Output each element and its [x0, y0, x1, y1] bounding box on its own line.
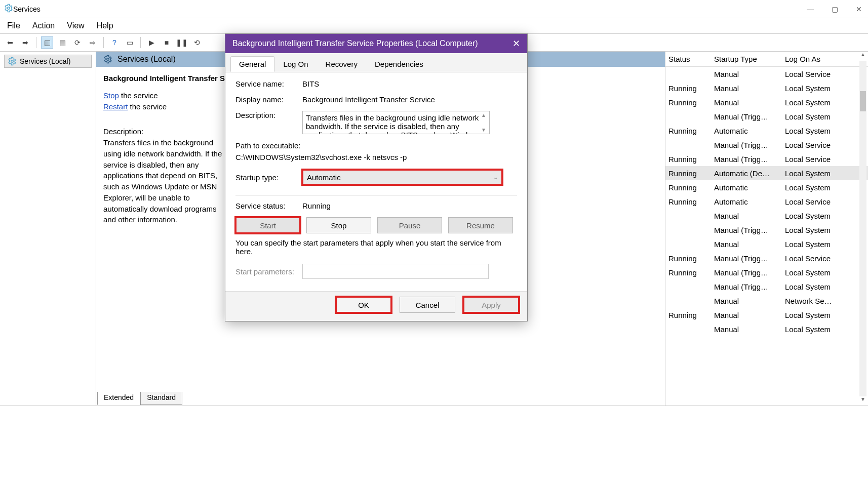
- cell-logon: Local System: [782, 212, 858, 220]
- start-params-input[interactable]: [302, 264, 489, 279]
- cell-logon: Local System: [782, 112, 858, 121]
- table-row[interactable]: ManualNetwork Se…: [665, 294, 868, 308]
- cell-startup: Automatic: [711, 197, 782, 206]
- cell-status: Running: [665, 197, 711, 206]
- apply-button[interactable]: Apply: [463, 297, 519, 313]
- cell-startup: Manual (Trigg…: [711, 141, 782, 149]
- table-row[interactable]: Manual (Trigg…Local System: [665, 223, 868, 237]
- tab-general[interactable]: General: [230, 56, 274, 72]
- table-row[interactable]: ManualLocal System: [665, 237, 868, 251]
- start-button[interactable]: Start: [235, 217, 300, 233]
- window-titlebar: Services — ▢ ✕: [0, 0, 868, 18]
- table-row[interactable]: RunningAutomaticLocal Service: [665, 194, 868, 209]
- table-row[interactable]: RunningManualLocal System: [665, 95, 868, 109]
- table-row[interactable]: ManualLocal Service: [665, 67, 868, 81]
- minimize-button[interactable]: —: [805, 5, 815, 13]
- pause-button[interactable]: Pause: [377, 217, 442, 233]
- table-row[interactable]: ManualLocal System: [665, 209, 868, 223]
- cell-logon: Local System: [782, 98, 858, 107]
- cancel-button[interactable]: Cancel: [400, 297, 455, 313]
- table-row[interactable]: RunningManual (Trigg…Local Service: [665, 251, 868, 265]
- cell-logon: Local Service: [782, 254, 858, 263]
- display-name-value: Background Intelligent Transfer Service: [302, 95, 517, 104]
- cell-logon: Local System: [782, 169, 858, 178]
- start-params-label: Start parameters:: [235, 267, 302, 276]
- properties-icon[interactable]: ▤: [56, 36, 68, 49]
- window-icon[interactable]: ▭: [124, 36, 136, 49]
- cell-status: Running: [665, 254, 711, 263]
- table-row[interactable]: Manual (Trigg…Local Service: [665, 138, 868, 152]
- table-row[interactable]: RunningAutomaticLocal System: [665, 124, 868, 138]
- menu-help[interactable]: Help: [97, 21, 113, 30]
- cell-status: Running: [665, 98, 711, 107]
- table-row[interactable]: RunningManualLocal System: [665, 81, 868, 95]
- table-row[interactable]: Manual (Trigg…Local System: [665, 279, 868, 294]
- startup-type-label: Startup type:: [235, 173, 302, 182]
- table-row[interactable]: RunningManual (Trigg…Local Service: [665, 152, 868, 166]
- detail-header-label: Services (Local): [117, 55, 176, 64]
- menu-file[interactable]: File: [7, 21, 20, 30]
- table-row[interactable]: Manual (Trigg…Local System: [665, 109, 868, 124]
- tab-extended[interactable]: Extended: [97, 392, 140, 405]
- service-status-label: Service status:: [235, 201, 302, 210]
- desc-scroll-up-icon[interactable]: ▲: [481, 112, 488, 118]
- cell-startup: Manual: [711, 297, 782, 305]
- forward-icon[interactable]: ➡: [19, 36, 31, 49]
- tab-standard[interactable]: Standard: [140, 392, 182, 405]
- cell-logon: Local System: [782, 127, 858, 135]
- stop-button[interactable]: Stop: [306, 217, 371, 233]
- ok-button[interactable]: OK: [336, 297, 391, 313]
- stop-icon[interactable]: ■: [161, 36, 173, 49]
- cell-status: Running: [665, 268, 711, 277]
- cell-startup: Manual: [711, 311, 782, 319]
- table-row[interactable]: ManualLocal System: [665, 322, 868, 336]
- col-header-startup[interactable]: Startup Type: [711, 55, 782, 63]
- table-row[interactable]: RunningManualLocal System: [665, 308, 868, 322]
- table-row[interactable]: RunningAutomaticLocal System: [665, 180, 868, 194]
- cell-logon: Local System: [782, 325, 858, 334]
- restart-icon[interactable]: ⟲: [191, 36, 203, 49]
- desc-scroll-down-icon[interactable]: ▼: [481, 127, 488, 133]
- help-icon[interactable]: ?: [108, 36, 121, 49]
- menu-view[interactable]: View: [67, 21, 84, 30]
- scroll-thumb[interactable]: [860, 91, 866, 111]
- scroll-up-icon[interactable]: ▲: [860, 52, 865, 61]
- tab-dependencies[interactable]: Dependencies: [366, 56, 432, 72]
- table-row[interactable]: RunningManual (Trigg…Local System: [665, 265, 868, 279]
- cell-status: Running: [665, 84, 711, 93]
- chevron-down-icon: ⌄: [493, 174, 498, 181]
- stop-link[interactable]: Stop: [103, 91, 119, 100]
- back-icon[interactable]: ⬅: [4, 36, 16, 49]
- table-row[interactable]: RunningAutomatic (De…Local System: [665, 166, 868, 180]
- cell-logon: Network Se…: [782, 297, 858, 305]
- scrollbar[interactable]: ▲ ▼: [859, 52, 867, 406]
- svg-point-2: [107, 58, 109, 61]
- scroll-down-icon[interactable]: ▼: [860, 396, 865, 406]
- resume-button[interactable]: Resume: [448, 217, 513, 233]
- show-hide-tree-icon[interactable]: ▥: [41, 36, 53, 49]
- description-text: Transfers files in the background using …: [103, 137, 230, 225]
- col-header-logon[interactable]: Log On As: [782, 55, 858, 63]
- cell-logon: Local System: [782, 268, 858, 277]
- startup-type-value: Automatic: [307, 173, 341, 182]
- tab-logon[interactable]: Log On: [274, 56, 317, 72]
- tab-recovery[interactable]: Recovery: [317, 56, 366, 72]
- close-button[interactable]: ✕: [854, 5, 864, 13]
- tree-node-services-local[interactable]: Services (Local): [4, 55, 92, 68]
- cell-status: Running: [665, 169, 711, 178]
- play-icon[interactable]: ▶: [145, 36, 157, 49]
- startup-type-select[interactable]: Automatic ⌄: [302, 170, 502, 185]
- description-box[interactable]: Transfers files in the background using …: [302, 111, 490, 134]
- cell-startup: Manual (Trigg…: [711, 282, 782, 291]
- export-icon[interactable]: ⇨: [87, 36, 99, 49]
- maximize-button[interactable]: ▢: [830, 5, 840, 13]
- cell-startup: Manual: [711, 212, 782, 220]
- pause-icon[interactable]: ❚❚: [176, 36, 188, 49]
- refresh-icon[interactable]: ⟳: [71, 36, 84, 49]
- col-header-status[interactable]: Status: [665, 55, 711, 63]
- menu-action[interactable]: Action: [32, 21, 55, 30]
- cell-status: Running: [665, 155, 711, 164]
- service-name-value: BITS: [302, 79, 517, 88]
- dialog-close-icon[interactable]: ✕: [512, 38, 520, 49]
- restart-link[interactable]: Restart: [103, 102, 128, 111]
